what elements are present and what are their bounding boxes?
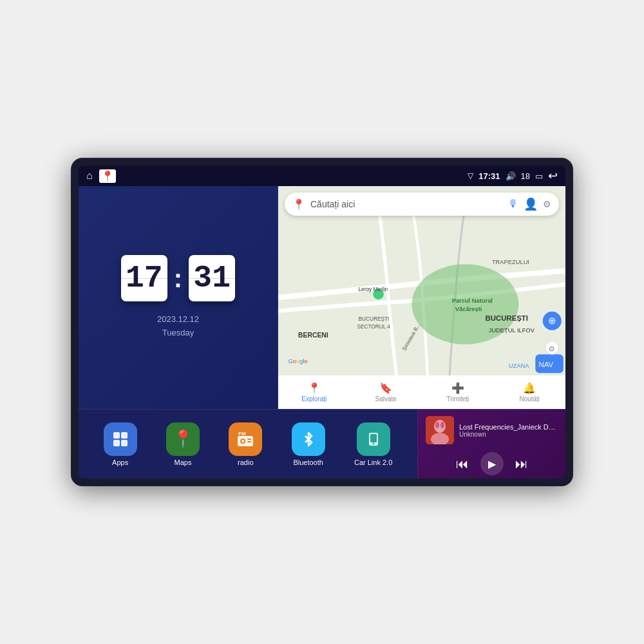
svg-text:⊕: ⊕ [548,316,556,326]
svg-text:FM: FM [238,431,246,437]
map-nav-saved[interactable]: 🔖 Salvate [350,375,422,409]
svg-text:Leroy Merlin: Leroy Merlin [358,286,388,292]
map-search-bar[interactable]: 📍 Căutați aici 🎙 👤 ⚙ [285,193,559,216]
main-content: 17 : 31 2023.12.12 Tuesday [79,186,565,478]
music-controls: ⏮ ▶ ⏭ [426,452,558,475]
svg-point-27 [242,440,244,442]
apps-icon-bg [104,422,137,456]
bluetooth-icon-bg [292,422,325,456]
svg-text:UZANA: UZANA [509,363,529,369]
map-nav-share[interactable]: ➕ Trimiteți [422,375,494,409]
music-play-button[interactable]: ▶ [480,452,504,475]
battery-icon: ▭ [535,171,543,181]
bluetooth-label: Bluetooth [293,459,323,466]
app-item-bluetooth[interactable]: Bluetooth [292,422,325,466]
svg-rect-29 [247,441,251,442]
status-right: ▽ 17:31 🔊 18 ▭ ↩ [468,169,558,183]
map-widget[interactable]: Parcul Natural Văcărești TRAPEZULUI BUCU… [278,186,565,409]
svg-text:Parcul Natural: Parcul Natural [452,298,493,304]
music-artist: Unknown [459,431,558,438]
apps-label: Apps [112,459,128,466]
svg-text:JUDEȚUL ILFOV: JUDEȚUL ILFOV [489,327,535,334]
carlink-icon-bg [357,422,390,456]
svg-text:Văcărești: Văcărești [455,306,482,312]
map-settings-icon[interactable]: ⚙ [543,199,551,209]
music-thumbnail [426,416,454,444]
svg-point-38 [440,422,444,428]
map-location-pin-icon: 📍 [292,198,305,211]
status-time: 17:31 [478,171,500,181]
back-icon[interactable]: ↩ [548,169,558,183]
map-voice-icon[interactable]: 🎙 [508,198,518,210]
apps-section: Apps 📍 Maps [79,410,417,478]
radio-icon-bg: FM [229,422,262,456]
svg-point-33 [372,442,374,444]
flip-clock: 17 : 31 [121,255,235,301]
music-next-button[interactable]: ⏭ [515,457,528,471]
radio-label: radio [238,459,253,466]
map-bottom-bar: 📍 Explorați 🔖 Salvate ➕ Trimiteți 🔔 [278,375,565,409]
home-icon[interactable]: ⌂ [86,170,93,182]
app-item-apps[interactable]: Apps [104,422,137,466]
clock-date: 2023.12.12 Tuesday [157,313,199,340]
svg-text:BUCUREȘTI: BUCUREȘTI [486,314,528,322]
music-player: Lost Frequencies_Janieck Devy-... Unknow… [417,410,565,478]
volume-icon: 🔊 [506,171,516,181]
maps-label: Maps [175,459,192,466]
map-nav-explore[interactable]: 📍 Explorați [278,375,350,409]
status-left: ⌂ 📍 [86,169,116,183]
news-icon: 🔔 [523,382,536,394]
svg-text:Google: Google [289,358,308,365]
svg-text:BUCUREȘTI: BUCUREȘTI [358,316,389,322]
svg-text:BERCENI: BERCENI [298,332,328,339]
explore-icon: 📍 [308,382,321,394]
map-nav-news[interactable]: 🔔 Noutăți [494,375,566,409]
svg-text:SECTORUL 4: SECTORUL 4 [357,323,390,330]
svg-rect-23 [113,440,120,446]
music-meta: Lost Frequencies_Janieck Devy-... Unknow… [459,423,558,438]
music-info: Lost Frequencies_Janieck Devy-... Unknow… [426,416,558,444]
app-item-radio[interactable]: FM radio [229,422,262,466]
music-title: Lost Frequencies_Janieck Devy-... [459,423,558,431]
svg-text:TRAPEZULUI: TRAPEZULUI [492,259,529,265]
svg-text:NAV: NAV [539,361,554,368]
svg-rect-28 [247,439,251,440]
clock-hour: 17 [121,255,167,301]
volume-level: 18 [521,171,530,181]
svg-text:⊙: ⊙ [549,345,554,352]
svg-rect-21 [113,432,120,439]
bottom-section: Apps 📍 Maps [79,409,565,478]
saved-icon: 🔖 [379,382,392,394]
app-item-maps[interactable]: 📍 Maps [166,422,200,466]
clock-minute: 31 [189,255,235,301]
car-display-device: ⌂ 📍 ▽ 17:31 🔊 18 ▭ ↩ 17 : 31 [71,158,573,486]
svg-rect-24 [121,440,128,446]
maps-shortcut-icon[interactable]: 📍 [99,169,116,183]
share-icon: ➕ [451,382,464,394]
clock-colon: : [174,265,182,291]
app-item-carlink[interactable]: Car Link 2.0 [354,422,392,466]
maps-icon-bg: 📍 [166,422,200,456]
svg-rect-32 [370,434,377,442]
svg-point-37 [435,422,439,428]
map-account-icon[interactable]: 👤 [524,197,538,211]
device-screen: ⌂ 📍 ▽ 17:31 🔊 18 ▭ ↩ 17 : 31 [79,166,565,478]
status-bar: ⌂ 📍 ▽ 17:31 🔊 18 ▭ ↩ [79,166,565,186]
signal-icon: ▽ [468,171,473,180]
carlink-label: Car Link 2.0 [354,459,392,466]
svg-rect-22 [121,432,128,439]
clock-widget: 17 : 31 2023.12.12 Tuesday [79,186,278,409]
map-search-text[interactable]: Căutați aici [310,199,503,209]
top-section: 17 : 31 2023.12.12 Tuesday [79,186,565,409]
music-prev-button[interactable]: ⏮ [456,457,469,471]
